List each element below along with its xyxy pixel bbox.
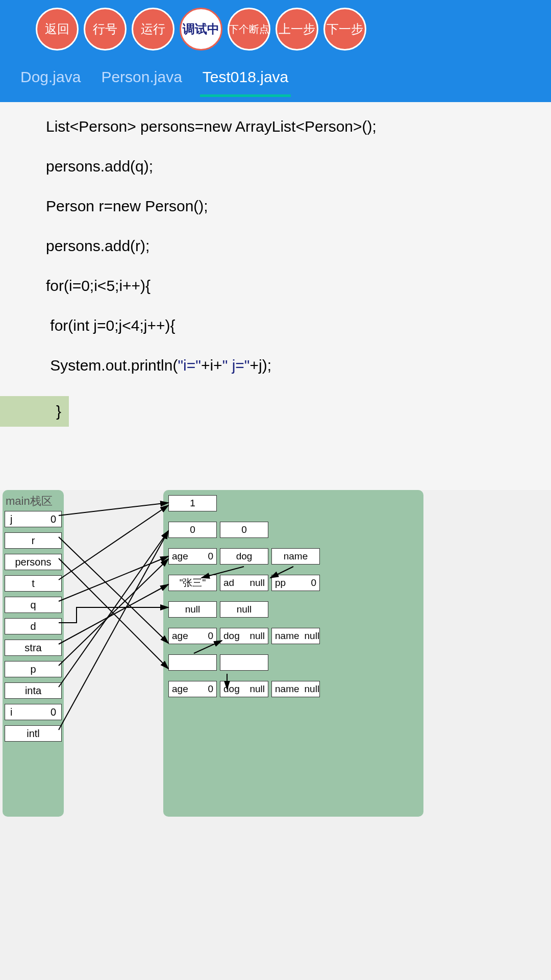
heap-cell: dognull [220, 681, 268, 697]
code-line: for(i=0;i<5;i++){ [0, 277, 551, 295]
svg-line-8 [59, 531, 168, 730]
tab-bar: Dog.java Person.java Test018.java [0, 58, 551, 96]
next-step-button[interactable]: 下一步 [323, 8, 366, 51]
code-line-current: } [0, 396, 69, 427]
code-line: System.out.println("i="+i+" j="+j); [0, 356, 551, 375]
stack-cell: t [5, 575, 62, 592]
heap-cell: null [220, 601, 268, 618]
code-line: persons.add(q); [0, 157, 551, 176]
code-line: Person r=new Person(); [0, 197, 551, 215]
heap-cell [168, 654, 217, 671]
stack-cell: persons [5, 554, 62, 570]
toolbar: 返回 行号 运行 调试中 下个断点 上一步 下一步 [0, 0, 551, 58]
heap-cell: 0 [220, 522, 268, 538]
svg-line-1 [59, 537, 168, 643]
heap-row: age0dognullnamenull [168, 628, 418, 644]
svg-line-3 [59, 505, 168, 580]
svg-line-5 [59, 584, 168, 644]
heap-cell: age0 [168, 681, 217, 697]
code-line: persons.add(r); [0, 237, 551, 255]
svg-line-6 [59, 559, 168, 666]
heap-row: 1 [168, 495, 418, 511]
heap-cell: "张三" [168, 575, 217, 591]
header: 返回 行号 运行 调试中 下个断点 上一步 下一步 Dog.java Perso… [0, 0, 551, 102]
svg-line-0 [59, 503, 168, 516]
heap-panel: 100age0dogname"张三"adnullpp0nullnullage0d… [163, 490, 423, 817]
heap-row: 00 [168, 522, 418, 538]
heap-cell: 0 [168, 522, 217, 538]
tab-test018[interactable]: Test018.java [203, 68, 288, 96]
prev-step-button[interactable]: 上一步 [276, 8, 318, 51]
tab-person[interactable]: Person.java [101, 68, 182, 96]
memory-visualization: main栈区 j0rpersonstqdstrapintai0intl 100a… [0, 490, 551, 980]
heap-cell: age0 [168, 628, 217, 644]
svg-line-2 [59, 558, 168, 669]
tab-dog[interactable]: Dog.java [20, 68, 81, 96]
debug-button[interactable]: 调试中 [180, 8, 222, 51]
stack-cell: intl [5, 725, 62, 742]
heap-cell: namenull [271, 628, 320, 644]
heap-row [168, 654, 418, 671]
run-button[interactable]: 运行 [132, 8, 174, 51]
heap-cell: namenull [271, 681, 320, 697]
heap-cell: age0 [168, 548, 217, 565]
heap-cell: dog [220, 548, 268, 565]
heap-row: "张三"adnullpp0 [168, 575, 418, 591]
code-line: for(int j=0;j<4;j++){ [0, 316, 551, 335]
svg-line-4 [59, 556, 168, 601]
heap-cell: adnull [220, 575, 268, 591]
code-line: List<Person> persons=new ArrayList<Perso… [0, 117, 551, 136]
heap-row: age0dogname [168, 548, 418, 565]
next-breakpoint-button[interactable]: 下个断点 [228, 8, 270, 51]
stack-cell: q [5, 597, 62, 613]
stack-title: main栈区 [5, 493, 62, 511]
stack-cell: i0 [5, 704, 62, 720]
heap-row: nullnull [168, 601, 418, 618]
stack-cell: r [5, 532, 62, 549]
heap-row: age0dognullnamenull [168, 681, 418, 697]
line-number-button[interactable]: 行号 [84, 8, 127, 51]
heap-cell: pp0 [271, 575, 320, 591]
back-button[interactable]: 返回 [36, 8, 79, 51]
stack-panel: main栈区 j0rpersonstqdstrapintai0intl [3, 490, 64, 817]
heap-cell [220, 654, 268, 671]
heap-cell: dognull [220, 628, 268, 644]
heap-cell: null [168, 601, 217, 618]
stack-cell: d [5, 618, 62, 634]
stack-cell: stra [5, 640, 62, 656]
stack-cell: p [5, 661, 62, 677]
stack-cell: j0 [5, 511, 62, 527]
svg-line-7 [59, 531, 168, 687]
heap-cell: name [271, 548, 320, 565]
code-area[interactable]: List<Person> persons=new ArrayList<Perso… [0, 102, 551, 490]
stack-cell: inta [5, 682, 62, 699]
heap-cell: 1 [168, 495, 217, 511]
